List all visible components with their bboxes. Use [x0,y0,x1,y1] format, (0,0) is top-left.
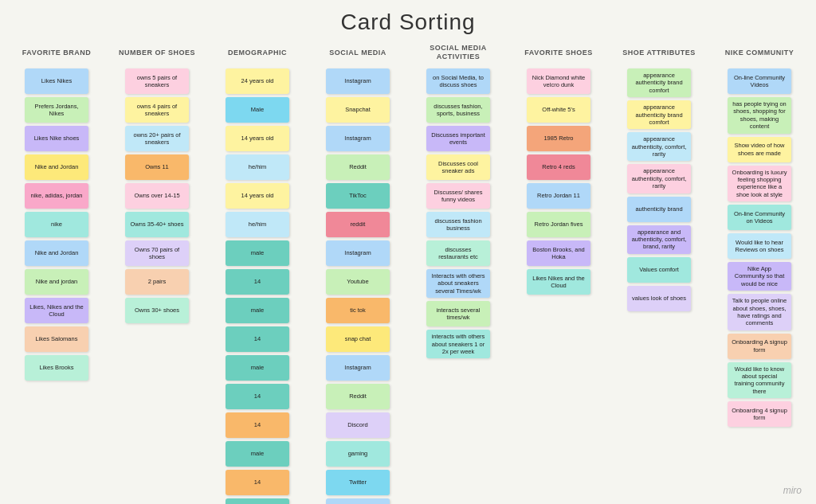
card-shoe-attributes-5[interactable]: appearance and authenticity, comfort, br… [627,225,691,254]
card-social-media-6[interactable]: Instagram [326,240,390,266]
card-demographic-9[interactable]: 14 [226,326,289,352]
card-social-media-2[interactable]: Instagram [326,126,390,151]
card-number-of-shoes-3[interactable]: Owns 11 [125,154,189,180]
board: FAVORITE BRANDLikes NikesPrefers Jordans… [0,41,816,504]
page-title: Card Sorting [0,0,816,41]
card-favorite-shoes-6[interactable]: Boston Brooks, and Hoka [527,240,590,266]
card-favorite-brand-6[interactable]: Nike and Jordan [25,240,88,266]
card-social-media-9[interactable]: snap chat [326,326,390,352]
card-social-media-activities-8[interactable]: interacts several times/wk [426,301,490,326]
card-number-of-shoes-8[interactable]: Owns 30+ shoes [125,298,189,323]
cards-social-media: InstagramSnapchatInstagramRedditTikTocre… [311,68,405,504]
card-nike-community-2[interactable]: Show video of how shoes are made [728,137,791,162]
card-favorite-brand-10[interactable]: Likes Brooks [25,355,88,381]
card-demographic-3[interactable]: he/him [226,154,289,180]
column-demographic: DEMOGRAPHIC24 years oldMale14 years oldh… [207,41,308,504]
card-demographic-10[interactable]: male [226,355,289,381]
card-demographic-11[interactable]: 14 [226,384,289,409]
card-nike-community-4[interactable]: On-line Community on Videos [728,205,791,230]
card-social-media-1[interactable]: Snapchat [326,97,390,123]
card-favorite-shoes-2[interactable]: 1985 Retro [527,126,590,151]
card-nike-community-5[interactable]: Would like to hear Reviews on shoes [728,233,791,259]
card-social-media-11[interactable]: Reddit [326,384,390,409]
column-nike-community: NIKE COMMUNITYOn-line Community Videosha… [709,41,810,504]
card-shoe-attributes-1[interactable]: appearance authenticity brand comfort [627,100,691,129]
card-nike-community-8[interactable]: Onboarding A signup form [728,334,791,359]
card-social-media-activities-0[interactable]: on Social Media, to discuss shoes [426,68,490,94]
card-demographic-2[interactable]: 14 years old [226,126,289,151]
card-favorite-shoes-3[interactable]: Retro 4 reds [527,154,590,180]
card-demographic-6[interactable]: male [226,240,289,266]
card-favorite-shoes-5[interactable]: Retro Jordan fives [527,212,590,237]
card-social-media-0[interactable]: Instagram [326,68,390,94]
card-demographic-12[interactable]: 14 [226,412,289,438]
cards-shoe-attributes: appearance authenticity brand comfortapp… [612,68,706,311]
column-favorite-brand: FAVORITE BRANDLikes NikesPrefers Jordans… [6,41,107,504]
card-social-media-7[interactable]: Youtube [326,269,390,295]
cards-nike-community: On-line Community Videoshas people tryin… [712,68,806,427]
card-social-media-4[interactable]: TikToc [326,183,390,209]
card-nike-community-7[interactable]: Talk to people online about shoes, shoes… [728,294,791,330]
cards-favorite-shoes: Nick Diamond white velcro dunkOff-white … [512,68,606,295]
card-favorite-shoes-0[interactable]: Nick Diamond white velcro dunk [527,68,590,94]
card-shoe-attributes-3[interactable]: appearance authenticity, comfort, rarity [627,164,691,193]
card-social-media-10[interactable]: Instagram [326,355,390,381]
card-favorite-brand-0[interactable]: Likes Nikes [25,68,88,94]
card-social-media-activities-7[interactable]: Interacts with others about sneakers sev… [426,269,490,298]
card-shoe-attributes-4[interactable]: authenticity brand [627,197,691,222]
card-favorite-brand-9[interactable]: Likes Salomans [25,326,88,352]
card-favorite-brand-1[interactable]: Prefers Jordans, Nikes [25,97,88,123]
card-number-of-shoes-6[interactable]: Owns 70 pairs of shoes [125,240,189,266]
card-social-media-activities-4[interactable]: Discusses/ shares funny videos [426,183,490,209]
card-favorite-brand-3[interactable]: Nike and Jordan [25,154,88,180]
card-social-media-activities-2[interactable]: Discusses important events [426,126,490,151]
card-demographic-15[interactable]: male [226,498,289,504]
card-social-media-activities-1[interactable]: discusses fashion, sports, business [426,97,490,123]
card-number-of-shoes-4[interactable]: Owns over 14-15 [125,183,189,209]
card-favorite-shoes-4[interactable]: Retro Jordan 11 [527,183,590,209]
card-favorite-brand-8[interactable]: Likes, Nikes and the Cloud [25,298,88,323]
card-demographic-1[interactable]: Male [226,97,289,123]
card-social-media-15[interactable]: instagram [326,498,390,504]
card-social-media-13[interactable]: gaming [326,441,390,467]
card-demographic-8[interactable]: male [226,298,289,323]
card-social-media-activities-5[interactable]: discusses fashion business [426,212,490,237]
card-favorite-shoes-1[interactable]: Off-white 5's [527,97,590,123]
card-shoe-attributes-7[interactable]: values look of shoes [627,286,691,311]
card-nike-community-0[interactable]: On-line Community Videos [728,68,791,94]
card-nike-community-3[interactable]: Onboarding is luxury feeling shopping ex… [728,166,791,202]
card-demographic-5[interactable]: he/him [226,212,289,237]
card-number-of-shoes-1[interactable]: owns 4 pairs of sneakers [125,97,189,123]
card-social-media-5[interactable]: reddit [326,212,390,237]
card-favorite-shoes-7[interactable]: Likes Nikes and the Cloud [527,269,590,295]
column-shoe-attributes: SHOE ATTRIBUTESappearance authenticity b… [609,41,709,504]
card-demographic-7[interactable]: 14 [226,269,289,295]
miro-watermark: miro [783,485,802,496]
card-number-of-shoes-7[interactable]: 2 pairs [125,269,189,295]
card-social-media-8[interactable]: tic tok [326,298,390,323]
card-favorite-brand-4[interactable]: nike, adidas, jordan [25,183,88,209]
card-demographic-4[interactable]: 14 years old [226,183,289,209]
card-number-of-shoes-2[interactable]: owns 20+ pairs of sneakers [125,126,189,151]
card-social-media-activities-6[interactable]: discusses restaurants etc [426,240,490,266]
card-nike-community-10[interactable]: Onboarding 4 signup form [728,401,791,427]
card-nike-community-6[interactable]: Nike App Community so that would be nice [728,262,791,291]
card-social-media-12[interactable]: Discord [326,412,390,438]
card-nike-community-9[interactable]: Would like to know about special trainin… [728,362,791,399]
card-favorite-brand-7[interactable]: Nike and jordan [25,269,88,295]
card-social-media-14[interactable]: Twitter [326,470,390,495]
card-social-media-activities-3[interactable]: Discusses cool sneaker ads [426,154,490,180]
card-number-of-shoes-5[interactable]: Owns 35-40+ shoes [125,212,189,237]
card-shoe-attributes-2[interactable]: appearance authenticity, comfort, rarity [627,132,691,161]
card-social-media-activities-9[interactable]: interacts with others about sneakers 1 o… [426,330,490,358]
card-favorite-brand-2[interactable]: Likes Nike shoes [25,126,88,151]
card-nike-community-1[interactable]: has people trying on shoes, shopping for… [728,97,791,134]
card-demographic-14[interactable]: 14 [226,470,289,495]
card-shoe-attributes-6[interactable]: Values comfort [627,257,691,283]
card-social-media-3[interactable]: Reddit [326,154,390,180]
card-shoe-attributes-0[interactable]: appearance authenticity brand comfort [627,68,691,97]
card-number-of-shoes-0[interactable]: owns 5 pairs of sneakers [125,68,189,94]
card-favorite-brand-5[interactable]: nike [25,212,88,237]
card-demographic-0[interactable]: 24 years old [226,68,289,94]
card-demographic-13[interactable]: male [226,441,289,467]
